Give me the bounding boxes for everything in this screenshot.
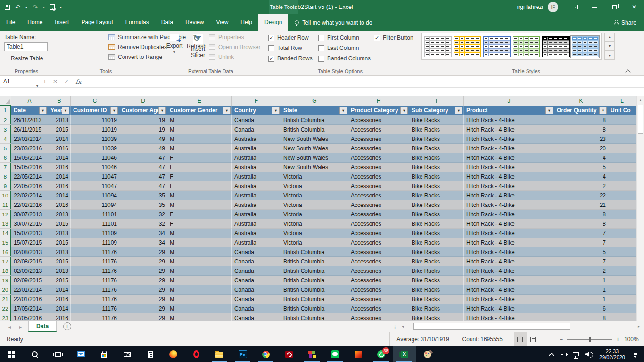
- cell[interactable]: 17/05/2016: [11, 313, 48, 321]
- cell[interactable]: Bike Racks: [409, 304, 464, 313]
- filter-button[interactable]: ▾: [272, 107, 280, 114]
- tab-file[interactable]: File: [0, 14, 21, 31]
- cell[interactable]: F: [167, 210, 232, 219]
- battery-icon[interactable]: [560, 353, 567, 356]
- cell[interactable]: Accessories: [348, 125, 409, 134]
- cell[interactable]: Accessories: [348, 200, 409, 210]
- cell[interactable]: 4: [554, 172, 608, 181]
- taskbar-excel-icon[interactable]: [393, 346, 416, 362]
- formula-input[interactable]: [86, 76, 644, 87]
- cell[interactable]: Bike Racks: [409, 191, 464, 200]
- cell[interactable]: 2013: [48, 229, 71, 238]
- cell[interactable]: 2014: [48, 172, 71, 181]
- row-header-3[interactable]: 3: [0, 125, 11, 134]
- cell[interactable]: 26/11/2013: [11, 115, 48, 125]
- cell[interactable]: Bike Racks: [409, 285, 464, 295]
- gallery-down-button[interactable]: ▾: [604, 41, 615, 51]
- table-style-black[interactable]: [542, 36, 570, 57]
- cell[interactable]: 2013: [48, 266, 71, 276]
- cell[interactable]: Bike Racks: [409, 247, 464, 257]
- column-header-b[interactable]: B: [48, 96, 71, 106]
- taskbar-calc-icon[interactable]: [139, 346, 162, 362]
- tab-splitter-dots[interactable]: ⁞: [394, 321, 399, 332]
- table-style-blue[interactable]: [483, 36, 511, 57]
- cell[interactable]: M: [167, 257, 232, 266]
- cell[interactable]: 35: [119, 200, 167, 210]
- cell[interactable]: 29: [119, 295, 167, 304]
- enter-icon[interactable]: ✓: [64, 78, 69, 85]
- cell[interactable]: 2014: [48, 134, 71, 144]
- cell[interactable]: Canada: [232, 295, 281, 304]
- cell[interactable]: Hitch Rack - 4-Bike: [464, 238, 554, 247]
- cell[interactable]: Hitch Rack - 4-Bike: [464, 313, 554, 321]
- cell[interactable]: [608, 247, 636, 257]
- cell[interactable]: Australia: [232, 172, 281, 181]
- cell[interactable]: Hitch Rack - 4-Bike: [464, 144, 554, 153]
- cell[interactable]: Bike Racks: [409, 313, 464, 321]
- cell[interactable]: Bike Racks: [409, 210, 464, 219]
- scroll-up-arrow[interactable]: ▴: [637, 96, 644, 104]
- table-style-yellow[interactable]: [454, 36, 481, 57]
- cell[interactable]: Canada: [232, 313, 281, 321]
- cell[interactable]: M: [167, 247, 232, 257]
- cell[interactable]: 29: [119, 257, 167, 266]
- cell[interactable]: Accessories: [348, 313, 409, 321]
- cell[interactable]: [608, 229, 636, 238]
- cell[interactable]: 29: [119, 247, 167, 257]
- cell[interactable]: Australia: [232, 229, 281, 238]
- cell[interactable]: Victoria: [281, 229, 348, 238]
- cell[interactable]: M: [167, 285, 232, 295]
- filter-button[interactable]: ▾: [223, 107, 231, 114]
- cell[interactable]: Canada: [232, 276, 281, 285]
- new-sheet-button[interactable]: +: [63, 322, 71, 330]
- cell[interactable]: [608, 153, 636, 163]
- formula-bar-splitter[interactable]: ⁝: [41, 76, 48, 87]
- row-header-18[interactable]: 18: [0, 266, 11, 276]
- cell[interactable]: Victoria: [281, 172, 348, 181]
- cell[interactable]: British Columbia: [281, 247, 348, 257]
- taskbar-mail-icon[interactable]: [69, 346, 92, 362]
- cell[interactable]: 32: [119, 219, 167, 229]
- cell[interactable]: M: [167, 295, 232, 304]
- cell[interactable]: 23/03/2016: [11, 144, 48, 153]
- cell[interactable]: British Columbia: [281, 285, 348, 295]
- cell[interactable]: Hitch Rack - 4-Bike: [464, 266, 554, 276]
- cell[interactable]: Bike Racks: [409, 266, 464, 276]
- cell[interactable]: Hitch Rack - 4-Bike: [464, 304, 554, 313]
- cell[interactable]: 8: [554, 210, 608, 219]
- cell[interactable]: 11039: [71, 134, 119, 144]
- cell[interactable]: Hitch Rack - 4-Bike: [464, 257, 554, 266]
- cell[interactable]: Bike Racks: [409, 257, 464, 266]
- cell[interactable]: 29: [119, 276, 167, 285]
- cell[interactable]: 11039: [71, 144, 119, 153]
- filter-button[interactable]: ▾: [455, 107, 462, 114]
- cell[interactable]: New South Wales: [281, 163, 348, 172]
- cell[interactable]: [608, 210, 636, 219]
- tab-data[interactable]: Data: [155, 14, 179, 31]
- cell[interactable]: Accessories: [348, 134, 409, 144]
- cell[interactable]: Victoria: [281, 210, 348, 219]
- cell[interactable]: Hitch Rack - 4-Bike: [464, 229, 554, 238]
- name-box[interactable]: A1▾: [0, 76, 41, 87]
- cell[interactable]: Hitch Rack - 4-Bike: [464, 172, 554, 181]
- header-cell-customer-id[interactable]: Customer ID▾: [71, 106, 119, 115]
- cell[interactable]: British Columbia: [281, 125, 348, 134]
- ribbon-display-options-button[interactable]: [565, 0, 585, 14]
- cell[interactable]: Australia: [232, 191, 281, 200]
- header-cell-product-category[interactable]: Product Category▾: [348, 106, 409, 115]
- row-header-5[interactable]: 5: [0, 144, 11, 153]
- row-header-2[interactable]: 2: [0, 115, 11, 125]
- cell[interactable]: M: [167, 229, 232, 238]
- cell[interactable]: [608, 163, 636, 172]
- tab-review[interactable]: Review: [179, 14, 210, 31]
- vertical-scroll-thumb[interactable]: [638, 105, 643, 134]
- cell[interactable]: Australia: [232, 219, 281, 229]
- filter-button[interactable]: ▾: [158, 107, 166, 114]
- sheet-nav-right-icon[interactable]: ▸: [19, 324, 22, 329]
- cell[interactable]: 4: [554, 153, 608, 163]
- cell[interactable]: 49: [119, 134, 167, 144]
- taskbar-search-icon[interactable]: [23, 346, 46, 362]
- filter-button[interactable]: ▾: [545, 107, 553, 114]
- cell[interactable]: 5: [554, 163, 608, 172]
- cell[interactable]: Australia: [232, 200, 281, 210]
